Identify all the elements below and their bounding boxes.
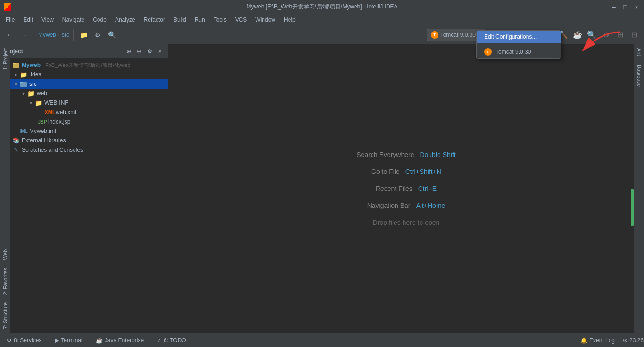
tree-root-myweb[interactable]: Myweb F:\B_Web开发学习\后端\项目\Myweb bbox=[0, 60, 168, 70]
right-side-strip: Ant Database bbox=[634, 44, 644, 333]
title-bar-controls: − □ × bbox=[610, 3, 640, 11]
java-enterprise-tab[interactable]: ☕ Java Enterprise bbox=[93, 336, 147, 345]
idea-expand-arrow[interactable] bbox=[13, 72, 18, 77]
dropdown-separator bbox=[477, 44, 561, 44]
menu-bar: File Edit View Navigate Code Analyze Ref… bbox=[0, 14, 644, 25]
todo-icon: ✓ bbox=[157, 337, 162, 344]
web-side-tab[interactable]: Web bbox=[1, 246, 9, 264]
indexjsp-label: index.jsp bbox=[48, 118, 70, 125]
tomcat-icon: T bbox=[431, 31, 438, 39]
app-logo: J bbox=[4, 3, 11, 11]
menu-window[interactable]: Window bbox=[251, 16, 279, 24]
run-config-name: Tomcat 9.0.30 bbox=[440, 32, 476, 38]
webinf-expand-arrow[interactable] bbox=[28, 100, 33, 105]
edit-configurations-item[interactable]: Edit Configurations... bbox=[477, 31, 561, 43]
git-status-icon[interactable]: ⊛ bbox=[621, 337, 629, 344]
maximize-button[interactable]: □ bbox=[621, 3, 629, 11]
todo-tab[interactable]: ✓ 6: TODO bbox=[154, 336, 189, 345]
menu-file[interactable]: File bbox=[2, 16, 18, 24]
shortcut-navigation-bar: Navigation Bar Alt+Home bbox=[367, 202, 446, 209]
menu-analyze[interactable]: Analyze bbox=[111, 16, 139, 24]
menu-tools[interactable]: Tools bbox=[210, 16, 231, 24]
event-log-icon: 🔔 bbox=[580, 337, 587, 344]
menu-run[interactable]: Run bbox=[191, 16, 209, 24]
git-button[interactable]: ⊛ bbox=[600, 29, 612, 41]
menu-help[interactable]: Help bbox=[280, 16, 299, 24]
panel-collapse-icon[interactable]: ⊖ bbox=[135, 47, 143, 56]
src-label: src bbox=[29, 81, 37, 87]
minimize-button[interactable]: − bbox=[610, 3, 618, 11]
settings-button[interactable]: ⚙ bbox=[91, 29, 104, 41]
tree-scratches[interactable]: ✎ Scratches and Consoles bbox=[0, 145, 168, 155]
tree-external-libraries[interactable]: 📚 External Libraries bbox=[0, 136, 168, 145]
project-name: Myweb bbox=[38, 32, 56, 38]
myweb-label: Myweb bbox=[22, 62, 41, 68]
idea-folder-icon: 📁 bbox=[20, 71, 27, 78]
database-tab[interactable]: Database bbox=[636, 61, 643, 91]
tree-web-folder[interactable]: 📁 web bbox=[0, 89, 168, 98]
title-bar-left: J bbox=[4, 3, 11, 11]
iml-file-icon: IML bbox=[20, 127, 27, 135]
navigation-bar-key: Alt+Home bbox=[416, 202, 445, 209]
event-log-label: Event Log bbox=[589, 337, 615, 344]
panel-layout-icon[interactable]: ⊕ bbox=[124, 47, 133, 56]
menu-code[interactable]: Code bbox=[89, 16, 110, 24]
tree-indexjsp-file[interactable]: JSP index.jsp bbox=[0, 117, 168, 126]
services-tab[interactable]: ⚙ 8: Services bbox=[4, 336, 44, 345]
project-header: Project ⊕ ⊖ ⚙ × bbox=[0, 44, 168, 58]
folder-button[interactable]: 📁 bbox=[77, 29, 90, 41]
left-side-tabs: 1: Project Web 2: Favorites 7: Structure bbox=[0, 44, 10, 333]
event-log-btn[interactable]: 🔔 Event Log bbox=[578, 336, 618, 345]
menu-navigate[interactable]: Navigate bbox=[58, 16, 88, 24]
tree-iml-file[interactable]: IML Myweb.iml bbox=[0, 126, 168, 136]
panel-close-icon[interactable]: × bbox=[156, 47, 164, 56]
mini-scroll-indicator bbox=[631, 189, 634, 226]
search-button[interactable]: 🔍 bbox=[586, 29, 598, 41]
tomcat-config-item[interactable]: T Tomcat 9.0.30 bbox=[477, 45, 561, 58]
iml-label: Myweb.iml bbox=[29, 128, 56, 134]
menu-refactor[interactable]: Refactor bbox=[140, 16, 169, 24]
project-side-tab[interactable]: 1: Project bbox=[1, 44, 9, 74]
main-layout: 1: Project Web 2: Favorites 7: Structure… bbox=[0, 44, 644, 333]
toolbar-separator-1 bbox=[34, 29, 34, 41]
sdk-button[interactable]: ☕ bbox=[571, 29, 584, 41]
recent-files-key: Ctrl+E bbox=[418, 185, 437, 192]
shortcut-goto-file: Go to File Ctrl+Shift+N bbox=[371, 168, 441, 175]
src-expand-arrow[interactable] bbox=[13, 82, 18, 86]
menu-view[interactable]: View bbox=[38, 16, 58, 24]
ant-tab[interactable]: Ant bbox=[636, 44, 643, 60]
tree-src-folder[interactable]: src bbox=[0, 79, 168, 89]
menu-vcs[interactable]: VCS bbox=[231, 16, 251, 24]
recent-files-label: Recent Files bbox=[376, 185, 413, 192]
zoom-button[interactable]: ⊡ bbox=[628, 29, 640, 41]
project-breadcrumb: Myweb › src bbox=[38, 32, 69, 38]
menu-build[interactable]: Build bbox=[170, 16, 190, 24]
myweb-folder-icon bbox=[12, 61, 20, 69]
close-button[interactable]: × bbox=[633, 3, 640, 11]
menu-edit[interactable]: Edit bbox=[19, 16, 37, 24]
java-enterprise-icon: ☕ bbox=[96, 337, 103, 344]
todo-label: 6: TODO bbox=[164, 337, 186, 344]
tree-webinf-folder[interactable]: 📁 WEB-INF bbox=[0, 98, 168, 107]
structure-side-tab[interactable]: 7: Structure bbox=[1, 298, 9, 333]
back-button[interactable]: ← bbox=[4, 29, 16, 41]
tree-webxml-file[interactable]: XML web.xml bbox=[0, 107, 168, 117]
terminal-tab[interactable]: ▶ Terminal bbox=[52, 336, 85, 345]
terminal-label: Terminal bbox=[61, 337, 82, 344]
forward-button[interactable]: → bbox=[18, 29, 30, 41]
editor-area: Search Everywhere Double Shift Go to Fil… bbox=[168, 44, 644, 333]
layout-button[interactable]: ⊞ bbox=[614, 29, 626, 41]
shortcut-search-everywhere: Search Everywhere Double Shift bbox=[356, 151, 455, 158]
goto-file-label: Go to File bbox=[371, 168, 400, 175]
tree-idea-folder[interactable]: 📁 .idea bbox=[0, 70, 168, 79]
project-panel: Project ⊕ ⊖ ⚙ × Myweb F:\B_Web开发学习\后端\项目… bbox=[0, 44, 168, 333]
search-everywhere-button[interactable]: 🔍 bbox=[106, 29, 118, 41]
scratches-label: Scratches and Consoles bbox=[22, 147, 83, 153]
favorites-side-tab[interactable]: 2: Favorites bbox=[1, 264, 9, 298]
svg-rect-2 bbox=[13, 63, 16, 64]
panel-settings-icon[interactable]: ⚙ bbox=[145, 47, 154, 56]
time-label: 23:26 bbox=[633, 337, 640, 344]
search-everywhere-label: Search Everywhere bbox=[356, 151, 414, 158]
title-bar: J Myweb [F:\B_Web开发学习\后端\项目\Myweb] - Int… bbox=[0, 0, 644, 14]
web-expand-arrow[interactable] bbox=[21, 91, 25, 96]
